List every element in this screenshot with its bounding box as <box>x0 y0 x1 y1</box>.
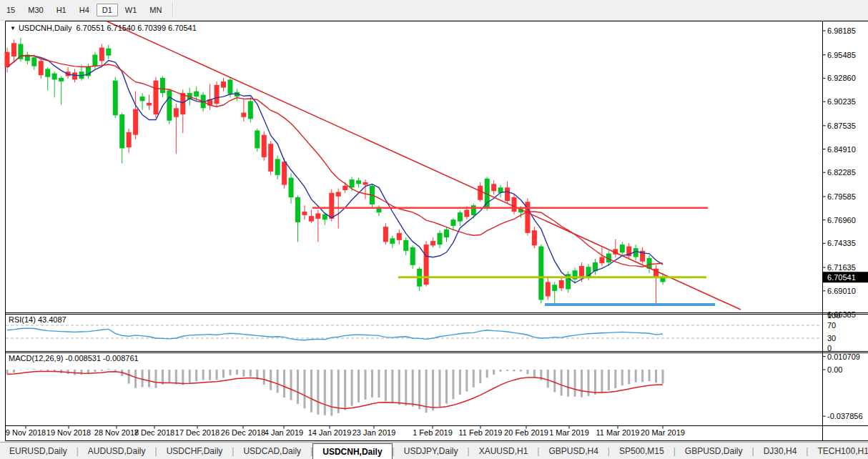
candle-body <box>241 113 246 117</box>
macd-histogram-bar <box>344 370 346 410</box>
price-axis-label: 6.90235 <box>827 97 856 106</box>
chart-dropdown-icon[interactable]: ▼ <box>10 25 16 31</box>
tab-usdcnh-daily[interactable]: USDCNH,Daily <box>312 443 392 459</box>
macd-histogram-bar <box>209 370 211 380</box>
macd-histogram-bar <box>594 370 596 395</box>
date-axis-label: 19 Nov 2018 <box>46 428 91 437</box>
macd-histogram-bar <box>33 369 35 370</box>
tab-eurusd-daily[interactable]: EURUSD,Daily <box>0 443 77 459</box>
candle-body <box>444 230 449 237</box>
rsi-axis-label: 100 <box>827 311 840 320</box>
candle-body <box>336 192 341 197</box>
macd-histogram-bar <box>412 370 414 407</box>
price-axis-label: 6.74335 <box>827 239 856 247</box>
macd-signal-line <box>7 371 663 408</box>
macd-histogram-bar <box>142 370 144 388</box>
date-axis-label: 20 Mar 2019 <box>641 428 685 437</box>
candle-body <box>289 178 294 197</box>
date-axis-label: 17 Dec 2018 <box>175 428 220 437</box>
candle-body <box>491 184 496 191</box>
symbol-tab-bar: EURUSD,Daily|AUDUSD,Daily|USDCHF,Daily|U… <box>0 442 868 459</box>
macd-histogram-bar <box>473 370 475 388</box>
macd-histogram-bar <box>80 370 82 375</box>
macd-histogram-bar <box>581 370 583 398</box>
date-axis-label: 14 Jan 2019 <box>308 428 352 437</box>
tab-gbpusd-h4[interactable]: GBPUSD,H4 <box>539 443 607 459</box>
macd-histogram-bar <box>614 370 616 388</box>
candle-body <box>295 197 300 222</box>
macd-histogram-bar <box>128 370 130 384</box>
macd-histogram-bar <box>297 370 299 404</box>
candle-body <box>45 69 50 76</box>
macd-histogram-bar <box>574 370 576 397</box>
candle-body <box>160 78 165 93</box>
candle-body <box>552 285 557 291</box>
tab-gbpusd-daily[interactable]: GBPUSD,Daily <box>676 443 752 459</box>
macd-histogram-bar <box>452 370 454 399</box>
macd-histogram-bar <box>148 370 150 388</box>
price-axis-label: 6.79585 <box>827 192 856 201</box>
price-axis-label: 6.84910 <box>827 145 856 154</box>
tab-dj30-h4[interactable]: DJ30,H4 <box>754 443 807 459</box>
tab-usdjpy-daily[interactable]: USDJPY,Daily <box>395 443 468 459</box>
mt4-window: 15M30H1H4D1W1MN 6.981856.954856.928606.9… <box>0 0 868 459</box>
macd-axis-label: -0.037856 <box>827 412 863 420</box>
tab-usdcad-daily[interactable]: USDCAD,Daily <box>234 443 310 459</box>
macd-histogram-bar <box>114 370 117 371</box>
macd-histogram-bar <box>635 370 637 382</box>
macd-histogram-bar <box>303 370 305 408</box>
candle-body <box>227 79 232 94</box>
macd-histogram-bar <box>182 370 184 385</box>
chart-title: ▼USDCNH,Daily 6.70551 6.71540 6.70399 6.… <box>10 24 197 32</box>
macd-histogram-bar <box>533 370 536 377</box>
candle-body <box>302 212 307 215</box>
date-axis-label: 11 Mar 2019 <box>596 428 640 437</box>
candle-body <box>147 103 152 106</box>
candle-body <box>194 92 199 97</box>
tab-tech100-h1[interactable]: TECH100,H1 <box>808 443 868 459</box>
candle-body <box>532 230 537 245</box>
tab-audusd-daily[interactable]: AUDUSD,Daily <box>79 443 155 459</box>
date-axis-label: 11 Feb 2019 <box>459 428 503 437</box>
date-axis-label: 7 Dec 2018 <box>134 428 174 437</box>
macd-histogram-bar <box>317 370 319 415</box>
macd-histogram-bar <box>330 370 332 416</box>
macd-histogram-bar <box>601 370 603 393</box>
macd-histogram-bar <box>357 370 360 403</box>
candle-body <box>255 130 260 148</box>
macd-histogram-bar <box>168 370 170 382</box>
candle-body <box>410 247 415 265</box>
candle-body <box>322 214 327 219</box>
candle-body <box>438 233 443 245</box>
candle-body <box>174 108 179 117</box>
macd-histogram-bar <box>567 370 569 397</box>
candle-body <box>390 238 395 243</box>
macd-histogram-bar <box>175 370 177 385</box>
macd-histogram-bar <box>371 370 373 398</box>
candle-body <box>478 186 483 200</box>
date-axis-label: 26 Dec 2018 <box>221 428 265 437</box>
candle-body <box>214 85 220 104</box>
candle-body <box>403 240 408 251</box>
candle-body <box>512 197 517 212</box>
price-axis-label: 6.82285 <box>827 168 856 177</box>
tab-sp500-m15[interactable]: SP500,M15 <box>610 443 674 459</box>
tab-usdchf-daily[interactable]: USDCHF,Daily <box>157 443 232 459</box>
candle-body <box>424 245 429 285</box>
tab-xauusd-h1[interactable]: XAUUSD,H1 <box>470 443 538 459</box>
rsi-axis-label: 0 <box>827 344 832 352</box>
macd-histogram-bar <box>561 370 563 395</box>
price-axis-label: 6.98185 <box>827 26 856 35</box>
candle-body <box>153 81 158 114</box>
candle-body <box>450 219 455 226</box>
macd-histogram-bar <box>26 369 29 370</box>
candle-body <box>180 93 185 114</box>
candle-body <box>356 180 361 184</box>
macd-indicator-label: MACD(12,26,9) -0.008531 -0.008761 <box>9 354 139 362</box>
macd-histogram-bar <box>385 370 387 401</box>
macd-histogram-bar <box>324 370 326 415</box>
macd-histogram-bar <box>445 370 448 403</box>
price-axis-label: 6.71635 <box>827 263 856 272</box>
macd-histogram-bar <box>365 370 367 400</box>
price-axis-label: 6.92860 <box>827 74 856 82</box>
